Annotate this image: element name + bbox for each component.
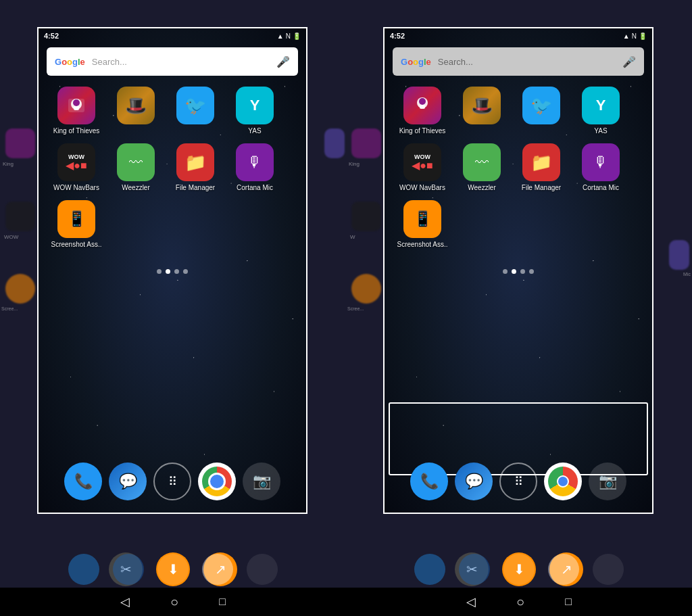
dock-camera-1[interactable]: 📷 [243, 463, 280, 500]
phone2-mic-icon[interactable]: 🎤 [622, 55, 636, 68]
phone1-search-bar[interactable]: Google Search... 🎤 [47, 47, 298, 76]
screenshot-label-1: Screenshot Ass.. [51, 241, 101, 249]
phone1-time: 4:52 [44, 32, 59, 40]
p2-dot4 [529, 269, 534, 274]
bg-right-kot-icon [351, 128, 381, 158]
phone2-search-bar[interactable]: Google Search... 🎤 [393, 47, 644, 76]
screenshot-label-2: Screenshot Ass.. [397, 241, 447, 249]
bg-dock-apps-1 [157, 554, 189, 585]
svg-point-2 [73, 99, 80, 106]
weezzler-label-2: Weezzler [468, 184, 496, 192]
phone2-battery-icon: 🔋 [639, 32, 647, 40]
right-phone-wrapper: King W Mic Scree... 4:52 ▲ N 🔋 Google Se… [346, 0, 692, 616]
chrome-inner-1 [211, 475, 223, 488]
app-yas-2[interactable]: Y YAS [574, 87, 628, 135]
dock-messages-2[interactable]: 💬 [455, 463, 493, 500]
phone2-page-dots [385, 269, 652, 274]
app-screenshot-2[interactable]: 📱 Screenshot Ass.. [395, 200, 449, 249]
svg-rect-3 [74, 106, 79, 110]
app-king-of-thieves-2[interactable]: King of Thieves [395, 87, 449, 135]
dot4 [183, 269, 188, 274]
phone1-mic-icon[interactable]: 🎤 [276, 55, 290, 68]
dot2 [166, 269, 170, 274]
filemanager-icon-1: 📁 [176, 143, 214, 181]
chrome-inner-2 [557, 475, 569, 488]
screenshot-icon-1: 📱 [57, 200, 95, 238]
nav-back-1[interactable]: ◁ [120, 594, 130, 609]
phone1-page-dots [39, 269, 306, 274]
phone2-app-row-1: King of Thieves 🎩 🐦 Y [395, 87, 641, 135]
phone1-network-icon: N [286, 32, 291, 40]
nav-back-2[interactable]: ◁ [466, 594, 476, 609]
bg-dock-cam-1 [247, 554, 278, 585]
app-unknown-brown-2[interactable]: 🎩 [455, 87, 509, 135]
bg-dock-msg-1 [113, 554, 144, 585]
app-filemanager-1[interactable]: 📁 File Manager [168, 143, 222, 192]
p2-dot2 [512, 269, 516, 274]
app-wow-2[interactable]: WOW ◀●■ WOW NavBars [395, 143, 449, 192]
nav-recents-1[interactable]: □ [219, 596, 226, 608]
p2-dot3 [520, 269, 525, 274]
p2-dot1 [503, 269, 508, 274]
app-filemanager-2[interactable]: 📁 File Manager [514, 143, 568, 192]
dock-messages-1[interactable]: 💬 [109, 463, 147, 500]
phone1-google-logo: Google [55, 57, 85, 67]
svg-rect-6 [420, 105, 425, 109]
wow-label-2: WOW NavBars [399, 184, 445, 192]
chrome-circle-2 [548, 467, 578, 496]
nav-recents-2[interactable]: □ [565, 596, 572, 608]
phone2-app-grid: King of Thieves 🎩 🐦 Y [385, 80, 652, 264]
yas-label-2: YAS [594, 127, 607, 135]
phone1-status-bar: 4:52 ▲ N 🔋 [39, 28, 306, 43]
phone2-status-icons: ▲ N 🔋 [623, 32, 647, 40]
app-unknown-brown-1[interactable]: 🎩 [109, 87, 163, 135]
app-weezzler-1[interactable]: 〰 Weezzler [109, 143, 163, 192]
screenshot-icon-2: 📱 [403, 200, 441, 238]
dock-phone-2[interactable]: 📞 [410, 463, 448, 500]
dot3 [174, 269, 179, 274]
app-weezzler-2[interactable]: 〰 Weezzler [455, 143, 509, 192]
phone1-bg-dock [0, 550, 346, 588]
dock-apps-2[interactable]: ⠿ [499, 463, 537, 500]
nav-home-2[interactable]: ○ [516, 594, 524, 610]
app-screenshot-1[interactable]: 📱 Screenshot Ass.. [49, 200, 103, 249]
app-twitter-1[interactable]: 🐦 [168, 87, 222, 135]
wow-label-1: WOW NavBars [53, 184, 99, 192]
app-wow-1[interactable]: WOW ◀●■ WOW NavBars [49, 143, 103, 192]
app-cortana-1[interactable]: 🎙 Cortana Mic [228, 143, 282, 192]
dock-chrome-1[interactable] [198, 463, 236, 500]
phone1-screen: 4:52 ▲ N 🔋 Google Search... 🎤 [37, 27, 307, 514]
twitter-icon-1: 🐦 [176, 87, 214, 124]
left-phone-wrapper: King WOW Scree... 4:52 ▲ N 🔋 Google Sear… [0, 0, 346, 616]
app-king-of-thieves-1[interactable]: King of Thieves [49, 87, 103, 135]
bg-dock-chrome-1 [202, 554, 233, 585]
dock-phone-1[interactable]: 📞 [64, 463, 102, 500]
phone2-app-row-3: 📱 Screenshot Ass.. [395, 200, 641, 249]
yas-icon-1: Y [236, 87, 274, 124]
bg-right-screen-label: Scree... [347, 306, 364, 311]
bg-left-screenshot-icon [5, 274, 35, 304]
dock-camera-2[interactable]: 📷 [589, 463, 626, 500]
phone1-search-text: Search... [92, 57, 276, 67]
weezzler-label-1: Weezzler [122, 184, 150, 192]
bg-right-mic-area [669, 240, 689, 270]
app-cortana-2[interactable]: 🎙 Cortana Mic [574, 143, 628, 192]
bg-dock-cam-2 [593, 554, 624, 585]
brown-icon-1: 🎩 [117, 87, 155, 124]
filemanager-label-2: File Manager [522, 184, 561, 192]
filemanager-icon-2: 📁 [522, 143, 560, 181]
bg-dock-phone-1 [68, 554, 99, 585]
bg-right-screenshot-icon [351, 274, 381, 304]
app-twitter-2[interactable]: 🐦 [514, 87, 568, 135]
kot-label-1: King of Thieves [53, 127, 100, 135]
cortana-label-1: Cortana Mic [237, 184, 273, 192]
bg-right-wow-icon [351, 202, 381, 231]
nav-home-1[interactable]: ○ [170, 594, 178, 610]
dock-chrome-2[interactable] [544, 463, 582, 500]
phone1-signal-icon: ▲ [277, 32, 284, 40]
app-yas-1[interactable]: Y YAS [228, 87, 282, 135]
phone2-nav-bar: ◁ ○ □ [346, 588, 692, 616]
dock-apps-1[interactable]: ⠿ [153, 463, 191, 500]
phone2-dock: 📞 💬 ⠿ 📷 [385, 457, 652, 506]
brown-icon-2: 🎩 [463, 87, 501, 124]
